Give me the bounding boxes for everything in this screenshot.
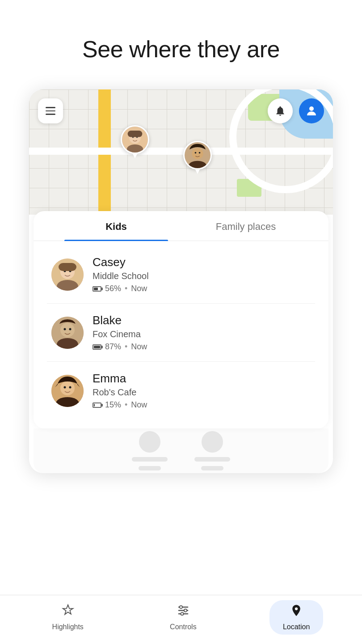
highlights-icon [61,604,75,620]
svg-point-9 [192,148,203,159]
svg-point-22 [69,328,72,330]
tab-kids[interactable]: Kids [51,211,181,241]
tab-family-places[interactable]: Family places [181,211,311,241]
casey-list-avatar [51,258,84,291]
emma-battery-icon [93,402,101,408]
blurred-rect-2b [201,466,223,470]
kid-item-blake[interactable]: Blake Fox Cinema 87% • Now [47,304,315,362]
blurred-circle-2 [202,431,223,453]
svg-point-31 [180,606,182,608]
casey-avatar [51,258,84,291]
blake-battery-icon [93,344,101,350]
svg-point-26 [64,386,66,388]
map-pin-casey[interactable] [121,125,149,158]
kid-item-casey[interactable]: Casey Middle School 56% • Now [47,246,315,304]
tab-places-label: Family places [216,221,276,232]
hamburger-line-2 [46,110,55,112]
map-pin-emma[interactable] [183,141,212,174]
casey-battery-pct: 56% [105,284,121,293]
casey-status: 56% • Now [93,284,311,293]
emma-info: Emma Rob's Cafe 15% • Now [93,372,311,410]
highlights-label: Highlights [52,623,84,631]
blurred-circle-1 [139,431,160,453]
blurred-rect-2 [194,457,230,462]
blake-battery-pct: 87% [105,342,121,352]
svg-point-33 [181,612,183,615]
blake-status: 87% • Now [93,342,311,352]
emma-dot: • [125,400,127,410]
blurred-item-1 [132,431,168,470]
emma-pin-avatar [183,141,212,169]
location-label: Location [283,623,310,631]
notification-button[interactable] [268,98,293,123]
kids-list: Casey Middle School 56% • Now [34,241,328,428]
svg-point-20 [60,323,75,337]
controls-label: Controls [170,623,197,631]
map-header [29,98,333,123]
casey-location: Middle School [93,271,311,281]
kid-item-emma[interactable]: Emma Rob's Cafe 15% • Now [47,362,315,419]
emma-avatar [51,375,84,407]
svg-point-25 [60,381,75,395]
emma-pin-tail [195,169,200,174]
casey-battery-icon [93,286,101,292]
svg-rect-17 [59,263,76,271]
svg-point-21 [64,328,66,330]
emma-avatar-svg [185,142,210,168]
casey-dot: • [125,284,127,293]
map-area [29,89,333,215]
svg-rect-6 [128,131,143,137]
location-icon [290,604,303,620]
page-container: See where they are [0,0,362,644]
hamburger-line-3 [46,114,55,115]
hamburger-line-1 [46,107,55,108]
blurred-rect-1b [139,466,161,470]
tab-kids-label: Kids [105,221,127,232]
emma-battery-fill [94,404,95,407]
casey-avatar-svg [122,127,148,153]
menu-button[interactable] [38,98,63,123]
blake-avatar [51,317,84,349]
svg-point-27 [69,386,72,388]
blurred-section [34,428,328,473]
casey-time: Now [131,284,147,293]
blake-name: Blake [93,314,311,327]
emma-list-avatar [51,375,84,407]
emma-status: 15% • Now [93,400,311,410]
nav-highlights[interactable]: Highlights [39,600,97,635]
blake-battery-fill [94,346,100,348]
casey-name: Casey [93,255,311,269]
svg-point-0 [309,106,314,111]
hero-title: See where they are [82,36,280,63]
card-section: Kids Family places [34,211,328,428]
map-action-buttons [268,98,324,123]
controls-icon [177,604,190,620]
blake-dot: • [125,342,127,352]
casey-pin-avatar [121,125,149,154]
blake-time: Now [131,342,147,352]
bell-icon [274,105,286,117]
bottom-navigation: Highlights Controls Location [0,595,362,644]
casey-pin-tail [132,153,138,158]
blake-location: Fox Cinema [93,329,311,339]
svg-point-32 [184,609,187,612]
blurred-item-2 [194,431,230,470]
blake-list-avatar [51,317,84,349]
profile-button[interactable] [299,98,324,123]
hamburger-icon [46,107,55,115]
app-mockup: Kids Family places [29,89,333,473]
emma-name: Emma [93,372,311,386]
nav-location[interactable]: Location [269,600,324,635]
blake-info: Blake Fox Cinema 87% • Now [93,314,311,352]
nav-controls[interactable]: Controls [156,600,210,635]
emma-location: Rob's Cafe [93,387,311,398]
profile-icon [305,104,318,118]
svg-point-10 [195,152,197,154]
svg-point-11 [199,152,201,154]
tabs-container: Kids Family places [34,211,328,241]
emma-time: Now [131,400,147,410]
blurred-rect-1 [132,457,168,462]
svg-point-34 [295,607,298,610]
casey-info: Casey Middle School 56% • Now [93,255,311,293]
casey-battery-fill [94,288,98,290]
